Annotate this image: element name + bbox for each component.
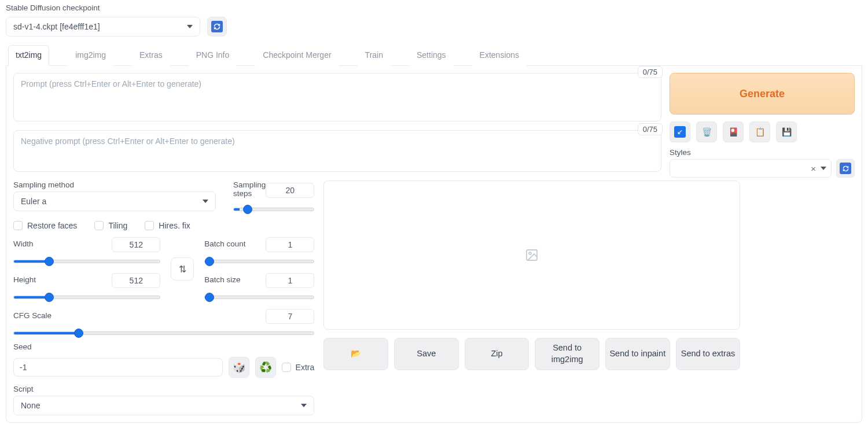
dice-icon: 🎲 (233, 361, 245, 374)
cfg-scale-value[interactable] (266, 309, 314, 324)
tab-extras[interactable]: Extras (132, 45, 170, 66)
prompt-input[interactable] (13, 73, 661, 121)
recycle-icon: ♻️ (259, 361, 272, 374)
batch-count-slider[interactable] (204, 260, 314, 263)
negative-prompt-token-counter: 0/75 (638, 123, 663, 135)
checkpoint-label: Stable Diffusion checkpoint (6, 3, 200, 12)
trash-icon: 🗑️ (702, 127, 712, 137)
batch-size-label: Batch size (204, 275, 240, 284)
width-slider[interactable] (13, 260, 160, 263)
hires-fix-checkbox[interactable]: Hires. fix (145, 221, 190, 230)
image-placeholder-icon (525, 248, 539, 262)
arrow-icon: ↙ (674, 126, 686, 138)
apply-styles-button[interactable] (836, 159, 855, 178)
svg-point-1 (529, 252, 531, 255)
height-slider[interactable] (13, 296, 160, 299)
send-to-inpaint-button[interactable]: Send to inpaint (605, 338, 670, 370)
seed-label: Seed (13, 342, 314, 351)
styles-select[interactable]: × (670, 159, 832, 178)
tab-checkpoint-merger[interactable]: Checkpoint Merger (255, 45, 339, 66)
tab-extensions[interactable]: Extensions (472, 45, 527, 66)
styles-label: Styles (670, 148, 855, 157)
swap-dimensions-button[interactable]: ⇅ (171, 257, 194, 281)
tab-settings[interactable]: Settings (409, 45, 454, 66)
checkpoint-select[interactable]: sd-v1-4.ckpt [fe4efff1e1] (6, 17, 200, 36)
refresh-checkpoint-button[interactable] (207, 17, 227, 36)
chevron-down-icon (203, 200, 208, 203)
save-style-button[interactable]: 💾 (776, 121, 797, 142)
interrogate-button[interactable]: ↙ (670, 121, 690, 142)
extra-networks-button[interactable]: 🎴 (723, 121, 744, 142)
chevron-down-icon (821, 167, 826, 170)
checkpoint-value: sd-v1-4.ckpt [fe4efff1e1] (13, 22, 100, 31)
batch-count-value[interactable] (266, 237, 314, 252)
batch-size-value[interactable] (266, 273, 314, 288)
seed-extra-checkbox[interactable]: Extra (282, 363, 315, 372)
send-to-img2img-button[interactable]: Send to img2img (535, 338, 599, 370)
script-label: Script (13, 385, 314, 393)
sampling-steps-label: Sampling steps (233, 180, 266, 198)
sampling-method-label: Sampling method (13, 180, 216, 189)
sampling-method-value: Euler a (21, 197, 46, 206)
art-icon: 🎴 (729, 127, 738, 137)
clear-styles-icon[interactable]: × (811, 164, 816, 174)
script-value: None (21, 401, 40, 410)
save-button[interactable]: Save (394, 338, 459, 370)
height-label: Height (13, 275, 36, 284)
clipboard-button[interactable]: 📋 (749, 121, 770, 142)
tab-train[interactable]: Train (358, 45, 391, 66)
negative-prompt-input[interactable] (13, 130, 661, 172)
refresh-icon (211, 21, 223, 32)
refresh-icon (840, 163, 851, 174)
tiling-checkbox[interactable]: Tiling (94, 221, 127, 230)
generate-button[interactable]: Generate (670, 73, 855, 115)
zip-button[interactable]: Zip (465, 338, 529, 370)
chevron-down-icon (301, 404, 307, 407)
sampling-steps-value[interactable] (266, 183, 314, 198)
height-value[interactable] (112, 273, 160, 288)
sampling-steps-slider[interactable] (233, 208, 314, 211)
restore-faces-checkbox[interactable]: Restore faces (13, 221, 77, 230)
clipboard-icon: 📋 (755, 127, 765, 137)
folder-icon: 📂 (351, 348, 361, 360)
cfg-scale-slider[interactable] (13, 331, 314, 335)
main-tabs: txt2img img2img Extras PNG Info Checkpoi… (6, 45, 862, 66)
random-seed-button[interactable]: 🎲 (229, 357, 249, 378)
cfg-scale-label: CFG Scale (13, 311, 52, 320)
chevron-down-icon (187, 25, 193, 28)
seed-input[interactable] (13, 358, 223, 377)
batch-count-label: Batch count (204, 239, 245, 248)
batch-size-slider[interactable] (204, 296, 314, 299)
floppy-icon: 💾 (782, 127, 792, 137)
tab-img2img[interactable]: img2img (68, 45, 113, 66)
open-folder-button[interactable]: 📂 (323, 338, 388, 370)
width-value[interactable] (112, 237, 160, 252)
clear-button[interactable]: 🗑️ (696, 121, 717, 142)
tab-txt2img[interactable]: txt2img (8, 45, 49, 66)
prompt-token-counter: 0/75 (638, 66, 663, 78)
reuse-seed-button[interactable]: ♻️ (255, 357, 276, 378)
script-select[interactable]: None (13, 396, 314, 415)
sampling-method-select[interactable]: Euler a (13, 191, 216, 211)
width-label: Width (13, 239, 34, 248)
tab-pnginfo[interactable]: PNG Info (189, 45, 237, 66)
